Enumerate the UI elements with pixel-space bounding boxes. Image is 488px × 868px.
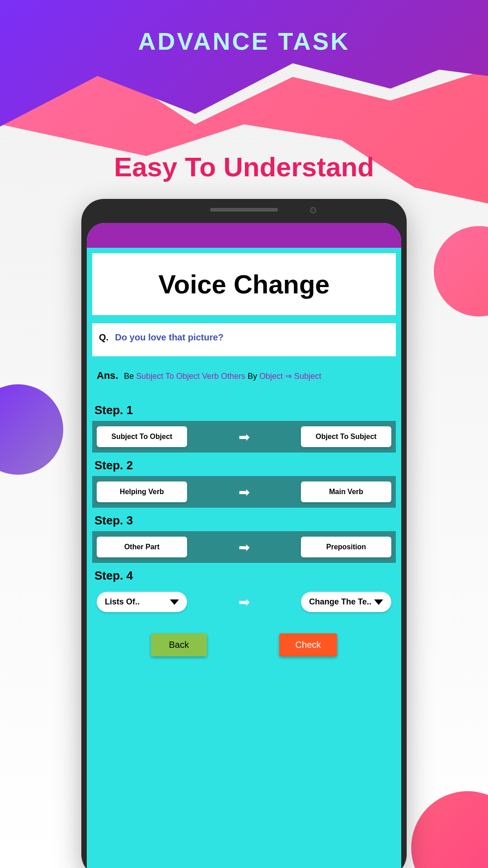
arrow-right-icon: ➡ <box>239 594 250 610</box>
back-button[interactable]: Back <box>151 633 207 656</box>
decorative-circle-pink-bottom <box>411 791 488 868</box>
answer-text: Be Subject To Object Verb Others By Obje… <box>124 372 321 381</box>
question-label: Q. <box>99 332 108 342</box>
arrow-right-icon: ➡ <box>239 484 250 500</box>
arrow-right-icon: ➡ <box>239 539 250 555</box>
answer-label: Ans. <box>97 370 118 381</box>
answer-card: Ans. Be Subject To Object Verb Others By… <box>92 362 396 397</box>
step-4-right-dropdown[interactable]: Change The Te.. <box>301 592 391 612</box>
step-1-label: Step. 1 <box>92 400 396 421</box>
step-3-label: Step. 3 <box>92 510 396 531</box>
chevron-down-icon <box>170 599 179 605</box>
dropdown-text: Change The Te.. <box>309 597 371 607</box>
phone-mockup-frame: Voice Change Q. Do you love that picture… <box>81 199 407 868</box>
step-4-label: Step. 4 <box>92 565 396 586</box>
step-2-row: Helping Verb ➡ Main Verb <box>92 476 396 508</box>
step-3-row: Other Part ➡ Preposition <box>92 531 396 563</box>
step-1-right-button[interactable]: Object To Subject <box>301 426 391 447</box>
app-content: Voice Change Q. Do you love that picture… <box>87 248 401 675</box>
arrow-right-icon: ➡ <box>239 429 250 445</box>
step-2-label: Step. 2 <box>92 455 396 476</box>
step-2-left-button[interactable]: Helping Verb <box>97 481 187 502</box>
phone-camera-icon <box>310 207 316 213</box>
question-text: Do you love that picture? <box>115 332 224 342</box>
app-title: Voice Change <box>97 269 391 299</box>
phone-screen: Voice Change Q. Do you love that picture… <box>87 223 401 868</box>
dropdown-text: Lists Of.. <box>105 597 140 607</box>
background-wave-purple <box>0 0 488 127</box>
header-title: ADVANCE TASK <box>138 27 350 55</box>
decorative-circle-purple <box>0 384 63 475</box>
step-2-right-button[interactable]: Main Verb <box>301 481 391 502</box>
step-1-left-button[interactable]: Subject To Object <box>97 426 187 447</box>
question-card: Q. Do you love that picture? <box>92 323 396 356</box>
step-4-left-dropdown[interactable]: Lists Of.. <box>97 592 187 612</box>
subtitle: Easy To Understand <box>114 151 374 183</box>
step-3-right-button[interactable]: Preposition <box>301 537 391 557</box>
title-card: Voice Change <box>92 253 396 315</box>
check-button[interactable]: Check <box>279 633 338 656</box>
bottom-buttons: Back Check <box>92 620 396 670</box>
chevron-down-icon <box>374 599 383 605</box>
app-status-bar <box>87 223 401 248</box>
step-4-row: Lists Of.. ➡ Change The Te.. <box>92 586 396 618</box>
phone-speaker-icon <box>210 208 278 212</box>
step-1-row: Subject To Object ➡ Object To Subject <box>92 421 396 453</box>
decorative-circle-pink-right <box>434 226 488 316</box>
step-3-left-button[interactable]: Other Part <box>97 537 187 557</box>
